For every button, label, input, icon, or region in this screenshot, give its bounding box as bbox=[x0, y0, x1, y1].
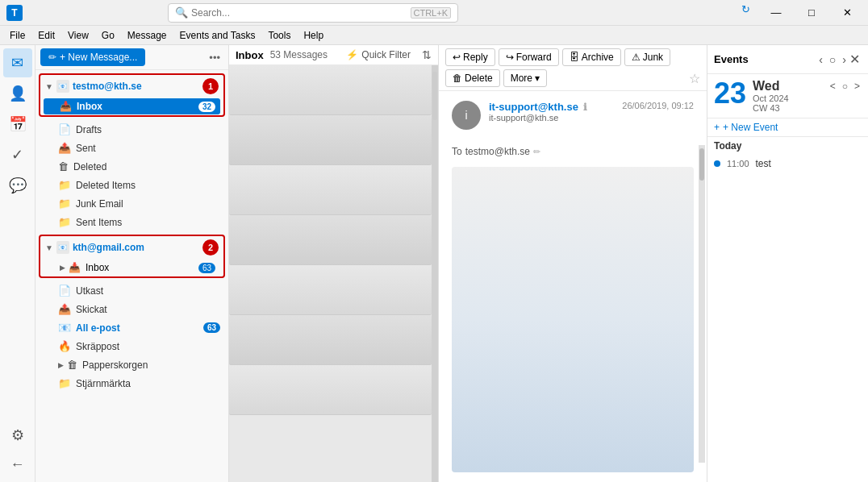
readpane-body: i it-support@kth.se ℹ it-support@kth.se … bbox=[439, 91, 707, 482]
sidebar-item-back[interactable]: ← bbox=[3, 450, 32, 479]
drafts-icon: 📄 bbox=[58, 123, 71, 135]
menu-view[interactable]: View bbox=[61, 28, 95, 43]
events-next-button[interactable]: › bbox=[841, 52, 848, 68]
new-message-button[interactable]: ✏ + New Message... bbox=[40, 48, 145, 66]
account2-name: kth@gmail.com bbox=[73, 242, 144, 253]
folder-sent[interactable]: 📤 Sent bbox=[39, 139, 225, 156]
msglist-title: Inbox bbox=[236, 49, 264, 61]
event-item-1[interactable]: 11:00 test bbox=[707, 155, 868, 172]
junk-icon: ⚠ bbox=[632, 52, 641, 63]
account1-header[interactable]: ▼ 📧 testmo@kth.se 1 bbox=[40, 75, 223, 98]
search-bar[interactable]: 🔍 CTRL+K bbox=[168, 3, 458, 23]
reply-button[interactable]: ↩ Reply bbox=[445, 48, 495, 66]
message-item-1[interactable] bbox=[229, 65, 432, 115]
minimize-button[interactable]: — bbox=[762, 0, 791, 26]
close-button[interactable]: ✕ bbox=[833, 0, 862, 26]
account1-collapse-icon: ▼ bbox=[45, 82, 53, 91]
sidebar-item-contacts[interactable]: 👤 bbox=[3, 79, 32, 108]
menu-help[interactable]: Help bbox=[297, 28, 330, 43]
search-input[interactable] bbox=[191, 7, 407, 19]
star-button[interactable]: ☆ bbox=[689, 71, 700, 86]
message-item-3[interactable] bbox=[229, 165, 432, 215]
avatar-letter: i bbox=[465, 109, 467, 122]
menu-edit[interactable]: Edit bbox=[31, 28, 61, 43]
search-icon: 🔍 bbox=[175, 6, 188, 19]
date-circle-button[interactable]: ○ bbox=[841, 79, 849, 93]
quick-filter-button[interactable]: ⚡ Quick Filter bbox=[346, 49, 411, 60]
folder-stjarnmarkta[interactable]: 📁 Stjärnmärkta bbox=[39, 375, 225, 392]
email-info-icon[interactable]: ℹ bbox=[583, 102, 587, 113]
skrappost-icon: 🔥 bbox=[58, 340, 71, 352]
utkast-icon: 📄 bbox=[58, 285, 71, 297]
new-message-label: + New Message... bbox=[60, 52, 137, 63]
sidebar-more-button[interactable]: ••• bbox=[206, 50, 223, 65]
folder-drafts[interactable]: 📄 Drafts bbox=[39, 121, 225, 138]
folder-utkast-label: Utkast bbox=[76, 285, 103, 297]
menu-events-tasks[interactable]: Events and Tasks bbox=[173, 28, 262, 43]
events-close-button[interactable]: ✕ bbox=[848, 50, 862, 69]
delete-button[interactable]: 🗑 Delete bbox=[445, 69, 500, 87]
folder-utkast[interactable]: 📄 Utkast bbox=[39, 282, 225, 299]
junk-button[interactable]: ⚠ Junk bbox=[624, 48, 670, 66]
more-button[interactable]: More ▾ bbox=[503, 69, 547, 87]
readpane-scrollbar[interactable] bbox=[699, 145, 705, 463]
folder-inbox-account1[interactable]: 📥 Inbox 32 bbox=[44, 98, 220, 114]
message-item-5[interactable] bbox=[229, 265, 432, 315]
message-item-4[interactable] bbox=[229, 215, 432, 265]
folder-drafts-label: Drafts bbox=[76, 124, 102, 135]
date-info: Wed Oct 2024 CW 43 bbox=[753, 79, 789, 113]
sidebar-item-chat[interactable]: 💬 bbox=[3, 171, 32, 200]
message-item-7[interactable] bbox=[229, 365, 432, 415]
folder-inbox-account2[interactable]: ▶ 📥 Inbox 63 bbox=[44, 260, 220, 276]
menu-go[interactable]: Go bbox=[95, 28, 121, 43]
folder-skickat[interactable]: 📤 Skickat bbox=[39, 301, 225, 318]
sort-button[interactable]: ⇅ bbox=[422, 48, 432, 61]
sidebar-item-calendar[interactable]: 📅 bbox=[3, 110, 32, 139]
menu-tools[interactable]: Tools bbox=[261, 28, 297, 43]
menu-file[interactable]: File bbox=[3, 28, 31, 43]
forward-icon: ↪ bbox=[506, 52, 514, 63]
event-time: 11:00 bbox=[727, 159, 749, 168]
folder-sent-items-label: Sent Items bbox=[76, 217, 122, 228]
msglist-scrollbar[interactable] bbox=[432, 65, 438, 482]
events-prev-button[interactable]: ‹ bbox=[817, 52, 824, 68]
email-to-line: To testmo@kth.se ✏ bbox=[452, 146, 694, 157]
email-from-addr: it-support@kth.se bbox=[489, 113, 622, 123]
folder-deleted[interactable]: 🗑 Deleted bbox=[39, 158, 225, 175]
sidebar-item-mail[interactable]: ✉ bbox=[3, 48, 32, 77]
sidebar-item-tasks[interactable]: ✓ bbox=[3, 140, 32, 169]
account2-header[interactable]: ▼ 📧 kth@gmail.com 2 bbox=[40, 236, 223, 259]
menu-message[interactable]: Message bbox=[121, 28, 173, 43]
search-shortcut: CTRL+K bbox=[411, 7, 452, 19]
date-prev-button[interactable]: < bbox=[828, 79, 837, 93]
sent-icon: 📤 bbox=[58, 142, 71, 154]
forward-button[interactable]: ↪ Forward bbox=[499, 48, 559, 66]
all-epost-badge: 63 bbox=[203, 322, 220, 333]
events-circle-button[interactable]: ○ bbox=[828, 52, 837, 68]
quick-filter-icon: ⚡ bbox=[346, 49, 358, 60]
folder-papperskorgen[interactable]: ▶ 🗑 Papperskorgen bbox=[39, 356, 225, 373]
events-nav: ‹ ○ › bbox=[817, 52, 848, 68]
sync-icon[interactable]: ↻ bbox=[736, 0, 755, 19]
message-item-6[interactable] bbox=[229, 315, 432, 365]
folder-sent-items[interactable]: 📁 Sent Items bbox=[39, 214, 225, 231]
message-item-2[interactable] bbox=[229, 115, 432, 165]
sidebar-item-settings[interactable]: ⚙ bbox=[3, 421, 32, 450]
archive-button[interactable]: 🗄 Archive bbox=[562, 48, 621, 66]
folder-skrappost[interactable]: 🔥 Skräppost bbox=[39, 338, 225, 355]
folder-all-epost[interactable]: 📧 All e-post 63 bbox=[39, 319, 225, 336]
maximize-button[interactable]: □ bbox=[797, 0, 826, 26]
msglist-header: Inbox 53 Messages ⚡ Quick Filter ⇅ bbox=[229, 45, 438, 65]
msglist-body[interactable] bbox=[229, 65, 438, 482]
date-nav: < ○ > bbox=[828, 79, 862, 93]
deleted-icon: 🗑 bbox=[58, 160, 69, 172]
more-label: More bbox=[511, 73, 532, 84]
edit-to-icon[interactable]: ✏ bbox=[533, 147, 540, 157]
new-event-label: + New Event bbox=[723, 122, 778, 133]
titlebar-controls: ↻ — □ ✕ bbox=[736, 0, 862, 26]
reply-label: Reply bbox=[463, 52, 488, 63]
folder-junk-email[interactable]: 📁 Junk Email bbox=[39, 195, 225, 212]
new-event-button[interactable]: + + New Event bbox=[707, 118, 868, 137]
date-next-button[interactable]: > bbox=[853, 79, 862, 93]
folder-deleted-items[interactable]: 📁 Deleted Items bbox=[39, 177, 225, 193]
